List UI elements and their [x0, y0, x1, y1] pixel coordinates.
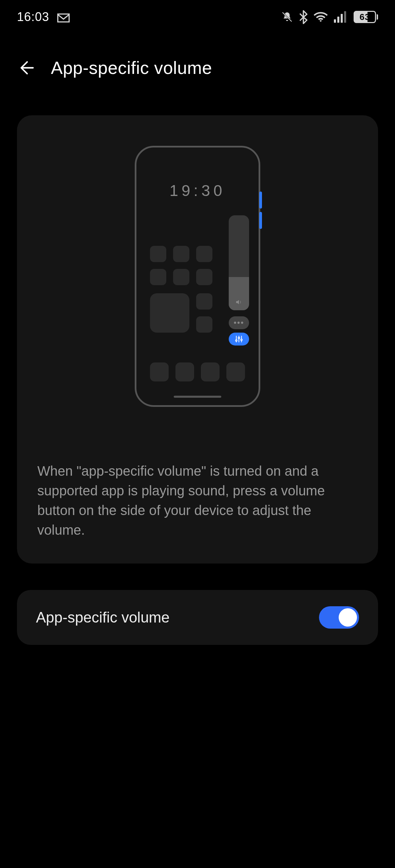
app-icon [173, 246, 189, 262]
app-icon [150, 246, 166, 262]
info-card: 19:30 ••• [17, 115, 378, 564]
app-icon [196, 269, 212, 285]
app-icon [196, 316, 212, 333]
bell-off-icon [281, 11, 293, 23]
app-grid-col [196, 293, 212, 333]
volume-slider [229, 215, 249, 310]
app-icon [196, 293, 212, 310]
status-right: 63 [281, 10, 378, 24]
page-header: App-specific volume [0, 58, 395, 78]
dock-icon [150, 362, 169, 381]
toggle-label: App-specific volume [36, 609, 170, 626]
battery-percent: 63 [360, 12, 370, 22]
app-grid-row1 [150, 246, 212, 285]
signal-icon [334, 11, 347, 23]
gmail-icon [57, 12, 70, 22]
back-button[interactable] [17, 58, 37, 78]
status-left: 16:03 [17, 10, 70, 24]
volume-down-side-button [259, 212, 262, 229]
more-pill: ••• [229, 316, 249, 329]
battery-indicator: 63 [354, 11, 378, 23]
dock-icon [226, 362, 245, 381]
sliders-pill [229, 333, 249, 346]
phone-illustration: 19:30 ••• [37, 146, 358, 407]
status-bar: 16:03 63 [0, 0, 395, 34]
page-title: App-specific volume [51, 58, 212, 78]
toggle-row[interactable]: App-specific volume [17, 590, 378, 645]
sliders-icon [234, 335, 243, 343]
toggle-knob [339, 608, 357, 627]
phone-time: 19:30 [136, 181, 259, 200]
app-icon [196, 246, 212, 262]
wifi-icon [314, 11, 328, 23]
app-icon [150, 269, 166, 285]
home-indicator [174, 396, 221, 398]
dock-icon [175, 362, 194, 381]
status-time: 16:03 [17, 10, 49, 24]
dock-icon [201, 362, 220, 381]
app-icon [173, 269, 189, 285]
card-description: When "app-specific volume" is turned on … [37, 461, 358, 540]
toggle-switch[interactable] [319, 606, 359, 629]
phone-dock [150, 362, 245, 381]
widget [150, 293, 189, 333]
volume-up-side-button [259, 192, 262, 209]
arrow-left-icon [18, 59, 36, 77]
phone-outline: 19:30 ••• [135, 146, 260, 407]
speaker-icon [229, 299, 249, 307]
bluetooth-icon [299, 10, 307, 24]
